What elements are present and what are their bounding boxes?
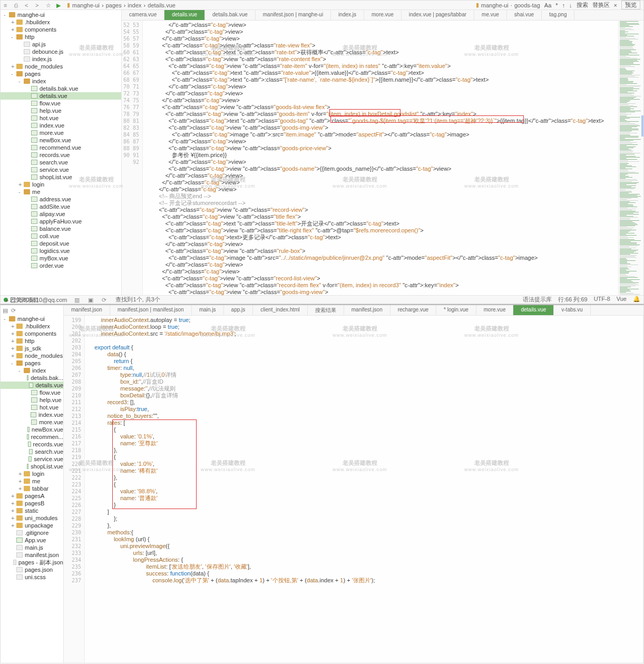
expand-icon[interactable]: - — [18, 78, 24, 84]
tree-item-jssdk[interactable]: +js_sdk — [1, 345, 63, 352]
tree-item-newBoxvue[interactable]: newBox.vue — [1, 426, 63, 433]
forward-icon[interactable]: > — [35, 2, 42, 8]
tree-item-alipayvue[interactable]: alipay.vue — [1, 210, 121, 218]
tab-mevue[interactable]: me.vue — [474, 10, 507, 20]
tab-detailsbakvue[interactable]: details.bak.vue — [205, 10, 256, 20]
language-label[interactable]: Vue — [617, 296, 627, 304]
tab-loginvue[interactable]: * login.vue — [436, 305, 476, 315]
tree-item-morevue[interactable]: more.vue — [1, 129, 121, 136]
tree-item-unimodules[interactable]: +uni_modules — [1, 514, 63, 522]
tab-indexjs[interactable]: index.js — [331, 10, 364, 20]
tab-tagpng[interactable]: tag.png — [542, 10, 574, 20]
expand-icon[interactable]: + — [11, 353, 16, 359]
save-icon[interactable]: ⎙ — [14, 2, 21, 8]
tree-item-me[interactable]: -me — [1, 188, 121, 196]
editor-tabs-bottom[interactable]: manifest.jsonmanifest.json | manifest.js… — [64, 305, 643, 316]
close-icon[interactable]: × — [614, 2, 617, 8]
tree-item-newBoxvue[interactable]: newBox.vue — [1, 136, 121, 144]
tree-item-detailsvue[interactable]: details.vue — [1, 92, 121, 100]
expand-icon[interactable]: + — [11, 19, 16, 25]
code-area[interactable]: innerAudioContext.autoplay = true; inner… — [85, 316, 643, 663]
expand-icon[interactable]: + — [11, 63, 16, 70]
tab-[interactable]: 搜索结果 — [308, 305, 344, 315]
tab-manifestjsonmanifestjson[interactable]: manifest.json | manifest.json — [110, 305, 192, 315]
tab-morevue[interactable]: more.vue — [364, 10, 402, 20]
tree-item-mangheui[interactable]: -manghe-ui — [1, 315, 63, 323]
code-editor-bottom[interactable]: 199 200 201 202 203 204 205 206 207 208 … — [64, 316, 643, 663]
preview-icon[interactable]: ▤ — [3, 307, 8, 314]
code-editor-top[interactable]: 52 53 54 55 56 57 58 59 60 61 62 63 64 6… — [122, 21, 643, 295]
tree-item-recommen[interactable]: recommen... — [1, 433, 63, 441]
tree-item-components[interactable]: +components — [1, 26, 121, 33]
tab-clientindexhtml[interactable]: client_index.html — [253, 305, 307, 315]
tree-item-flowvue[interactable]: flow.vue — [1, 389, 63, 396]
minimap-viewport[interactable] — [641, 115, 643, 136]
tree-item-http[interactable]: +http — [1, 337, 63, 345]
tree-item-pages[interactable]: -pages — [1, 70, 121, 77]
tree-item-searchvue[interactable]: search.vue — [1, 448, 63, 455]
preview-button[interactable]: 预览 — [621, 1, 640, 9]
tree-item-shopListvue[interactable]: shopList.vue — [1, 173, 121, 181]
breadcrumb-left[interactable]: ▮ manghe-ui› pages› index› details.vue — [67, 2, 472, 8]
tree-item-recordsvue[interactable]: records.vue — [1, 441, 63, 448]
terminal-icon[interactable]: ▣ — [88, 297, 94, 303]
find-case-icon[interactable]: Aa — [544, 2, 551, 8]
tree-item-addSitevue[interactable]: addSite.vue — [1, 203, 121, 210]
tree-item-index[interactable]: -index — [1, 367, 63, 374]
tree-item-servicevue[interactable]: service.vue — [1, 166, 121, 173]
tab-manifestjson[interactable]: manifest.json — [64, 305, 110, 315]
tree-item-manifestjson[interactable]: manifest.json — [1, 551, 63, 559]
tree-item-components[interactable]: +components — [1, 330, 63, 337]
layout-icon[interactable]: ▥ — [74, 297, 81, 303]
expand-icon[interactable]: + — [11, 345, 16, 351]
tree-item-static[interactable]: +static — [1, 507, 63, 514]
tree-item-searchvue[interactable]: search.vue — [1, 159, 121, 166]
expand-icon[interactable]: - — [4, 12, 9, 18]
expand-icon[interactable]: - — [18, 367, 24, 374]
tree-item-indexvue[interactable]: index.vue — [1, 122, 121, 129]
tree-item-morevue[interactable]: more.vue — [1, 418, 63, 426]
tree-item-login[interactable]: +login — [1, 470, 63, 477]
editor-tabs-top[interactable]: camera.vuedetails.vuedetails.bak.vuemani… — [122, 10, 643, 21]
back-icon[interactable]: < — [25, 2, 31, 8]
tree-item-login[interactable]: +login — [1, 181, 121, 188]
tree-item-addressvue[interactable]: address.vue — [1, 196, 121, 203]
tree-item-pagesjson[interactable]: pages - 副本.json — [1, 559, 63, 566]
tree-item-indexvue[interactable]: index.vue — [1, 411, 63, 418]
expand-icon[interactable]: + — [11, 500, 16, 506]
tree-item-detailsbak[interactable]: details.bak... — [1, 374, 63, 382]
tab-manifestjson[interactable]: manifest.json — [344, 305, 391, 315]
encoding-label[interactable]: UTF-8 — [594, 296, 610, 304]
tree-item-shopListvue[interactable]: shopList.vue — [1, 463, 63, 470]
tab-rechargevue[interactable]: recharge.vue — [391, 305, 436, 315]
search-label[interactable]: 搜索 — [577, 1, 588, 9]
tab-manifestjsonmangheui[interactable]: manifest.json | manghe-ui — [256, 10, 331, 20]
expand-icon[interactable]: - — [11, 360, 16, 366]
tree-item-recommendvue[interactable]: recommend.vue — [1, 144, 121, 151]
tab-detailsvue[interactable]: details.vue — [513, 305, 554, 315]
tree-item-logidicsvue[interactable]: logidics.vue — [1, 247, 121, 255]
tree-item-servicevue[interactable]: service.vue — [1, 455, 63, 463]
expand-icon[interactable]: - — [11, 34, 16, 40]
tab-cameravue[interactable]: camera.vue — [122, 10, 164, 20]
star-icon[interactable]: ☆ — [46, 2, 52, 8]
tree-item-unpackage[interactable]: +unpackage — [1, 522, 63, 529]
tree-item-nodemodules[interactable]: +node_modules — [1, 63, 121, 70]
tab-morevue[interactable]: more.vue — [476, 305, 514, 315]
run-icon[interactable]: ▶ — [56, 2, 63, 8]
expand-icon[interactable]: + — [18, 478, 24, 484]
arrow-up-icon[interactable]: ↑ — [562, 2, 565, 8]
tree-item-collvue[interactable]: coll.vue — [1, 232, 121, 240]
expand-icon[interactable]: + — [11, 26, 16, 33]
expand-icon[interactable]: - — [18, 189, 24, 195]
closed-projects-label[interactable]: ▸ 已关闭项目 — [1, 295, 44, 304]
tab-vtabsvu[interactable]: v-tabs.vu — [554, 305, 591, 315]
tab-detailsvue[interactable]: details.vue — [164, 10, 205, 20]
expand-icon[interactable]: - — [11, 71, 16, 77]
tree-item-helpvue[interactable]: help.vue — [1, 107, 121, 114]
tree-item-Appvue[interactable]: App.vue — [1, 536, 63, 544]
tree-item-recordsvue[interactable]: records.vue — [1, 151, 121, 159]
tree-item-me[interactable]: +me — [1, 477, 63, 485]
tab-mainjs[interactable]: main.js — [192, 305, 224, 315]
tree-item-debouncejs[interactable]: debounce.js — [1, 48, 121, 55]
